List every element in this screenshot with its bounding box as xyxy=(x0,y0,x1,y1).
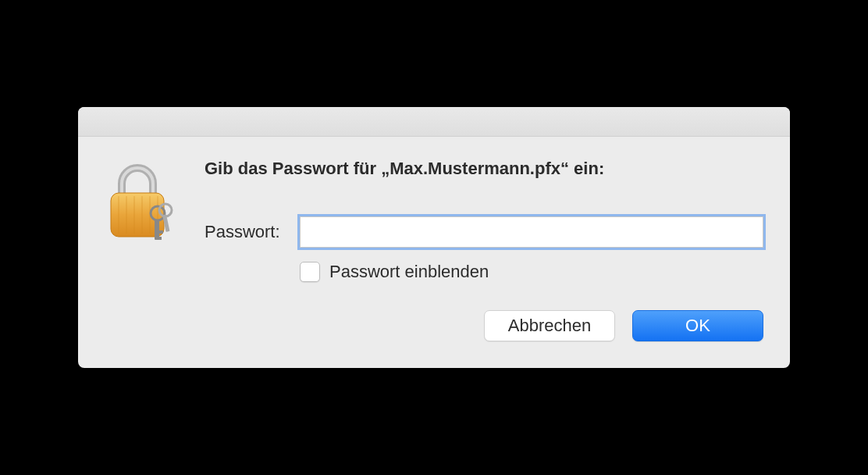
svg-rect-10 xyxy=(158,237,162,240)
password-field-row: Passwort: xyxy=(205,216,763,248)
show-password-checkbox[interactable] xyxy=(300,262,320,282)
dialog-prompt: Gib das Passwort für „Max.Mustermann.pfx… xyxy=(205,159,763,179)
dialog-titlebar[interactable] xyxy=(78,107,790,137)
password-input[interactable] xyxy=(300,216,763,248)
lock-with-keys-icon xyxy=(105,235,180,248)
dialog-button-row: Abbrechen OK xyxy=(78,310,790,341)
show-password-label: Passwort einblenden xyxy=(329,262,489,282)
dialog-icon-column xyxy=(105,159,198,310)
password-label: Passwort: xyxy=(205,222,290,242)
svg-rect-9 xyxy=(158,230,163,234)
dialog-body: Gib das Passwort für „Max.Mustermann.pfx… xyxy=(78,137,790,310)
password-dialog: Gib das Passwort für „Max.Mustermann.pfx… xyxy=(78,107,790,368)
ok-button[interactable]: OK xyxy=(632,310,763,341)
show-password-row: Passwort einblenden xyxy=(300,262,763,282)
cancel-button[interactable]: Abbrechen xyxy=(484,310,615,341)
dialog-content: Gib das Passwort für „Max.Mustermann.pfx… xyxy=(198,159,763,310)
